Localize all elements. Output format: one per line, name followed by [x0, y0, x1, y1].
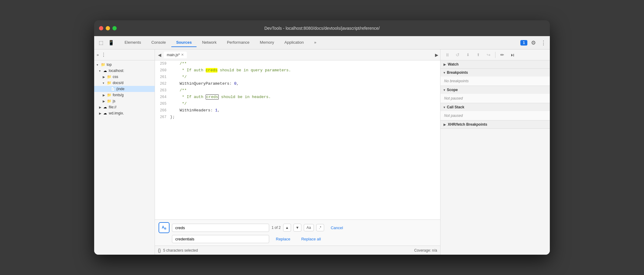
tree-item-file[interactable]: ▶ ☁ file://	[94, 104, 155, 110]
regex-button[interactable]: .*	[316, 224, 324, 231]
sidebar-header: » ⋮	[94, 49, 155, 60]
tab-more[interactable]: »	[309, 38, 321, 47]
line-content: * If auth creds should be in query param…	[170, 67, 440, 74]
line-number: 267	[155, 114, 170, 121]
tab-sources[interactable]: Sources	[171, 38, 197, 47]
replace-all-button[interactable]: Replace all	[297, 235, 325, 243]
tree-item-wd[interactable]: ▶ ☁ wd.imgix.	[94, 110, 155, 116]
tree-item-top[interactable]: ▾ 📁 top	[94, 62, 155, 68]
cloud-icon: ☁	[103, 111, 108, 115]
match-case-button[interactable]: Aa	[304, 224, 314, 231]
settings-icon[interactable]: ⚙	[530, 38, 537, 47]
tab-memory[interactable]: Memory	[255, 38, 279, 47]
file-tree: ▾ 📁 top ▾ ☁ localhost: ▶ 📁 css	[94, 60, 155, 255]
code-line-266: 266 WithinHeaders: 1,	[155, 107, 440, 114]
tab-performance[interactable]: Performance	[222, 38, 254, 47]
find-replace-toggle-icon[interactable]: AB	[159, 222, 170, 233]
run-snippet-icon[interactable]: ▶	[435, 53, 438, 57]
section-xhr-header[interactable]: ▶ XHR/fetch Breakpoints	[440, 121, 550, 128]
chevron-icon: ▶	[103, 75, 106, 79]
window-title: DevTools - localhost:8080/docs/devtools/…	[264, 26, 380, 31]
section-callstack-header[interactable]: ▾ Call Stack	[440, 103, 550, 111]
tree-label: file://	[109, 105, 116, 109]
chevron-icon: ▶	[99, 106, 102, 109]
line-content: * If auth creds should be in headers.	[170, 94, 440, 100]
sidebar-more-icon[interactable]: ⋮	[101, 52, 106, 58]
tree-label: docs/d	[113, 81, 123, 85]
minimize-button[interactable]	[106, 26, 110, 30]
tree-item-localhost[interactable]: ▾ ☁ localhost:	[94, 68, 155, 74]
code-editor[interactable]: 259 /** 260 * If auth creds should be in…	[155, 60, 440, 219]
tab-console[interactable]: Console	[146, 38, 171, 47]
section-scope-label: Scope	[447, 88, 458, 92]
editor-tab-close-icon[interactable]: ✕	[181, 53, 184, 57]
step-into-button[interactable]: ⬇	[464, 51, 472, 59]
line-content: WithinQueryParameters: 0,	[170, 80, 440, 87]
tree-label: (inde	[116, 87, 125, 91]
folder-icon: 📁	[107, 93, 111, 97]
tree-item-docs[interactable]: ▾ 📁 docs/d	[94, 80, 155, 86]
section-callstack: ▾ Call Stack Not paused	[440, 103, 550, 121]
find-replace-bar: AB 1 of 2 ▲ ▼ Aa .* Cancel Replace	[155, 219, 440, 246]
pause-button[interactable]: ⏸	[443, 51, 451, 59]
deactivate-breakpoints-icon[interactable]: ✏	[498, 51, 506, 59]
section-watch: ▶ Watch	[440, 60, 550, 69]
folder-icon: 📁	[101, 63, 105, 67]
line-number: 259	[155, 60, 170, 67]
tree-item-css[interactable]: ▶ 📁 css	[94, 74, 155, 80]
editor-tabs: ◀ main.js* ✕ ▶	[155, 49, 440, 60]
code-line-259: 259 /**	[155, 60, 440, 67]
line-number: 261	[155, 74, 170, 80]
section-scope-header[interactable]: ▾ Scope	[440, 86, 550, 94]
editor-back-icon[interactable]: ◀	[157, 52, 163, 58]
replace-button[interactable]: Replace	[272, 235, 295, 243]
stop-button[interactable]: ⏯	[508, 51, 517, 59]
chevron-down-icon: ▾	[444, 106, 445, 109]
chat-badge[interactable]: 1	[520, 40, 527, 46]
step-button[interactable]: ↪	[484, 51, 493, 59]
tree-label: css	[113, 75, 118, 79]
line-content: /**	[170, 87, 440, 94]
close-button[interactable]	[99, 26, 103, 30]
line-content: };	[170, 114, 440, 121]
pretty-print-icon[interactable]: {}	[158, 248, 161, 253]
section-watch-header[interactable]: ▶ Watch	[440, 60, 550, 68]
folder-icon: 📁	[107, 81, 111, 85]
editor-tab-mainjs[interactable]: main.js* ✕	[164, 52, 187, 58]
toolbar-divider	[495, 52, 495, 58]
step-over-button[interactable]: ↺	[453, 51, 462, 59]
code-line-262: 262 WithinQueryParameters: 0,	[155, 80, 440, 87]
find-input[interactable]	[172, 224, 269, 232]
right-panel: ⏸ ↺ ⬇ ⬆ ↪ ✏ ⏯ ▶ Watch	[440, 49, 550, 255]
cancel-button[interactable]: Cancel	[327, 224, 347, 232]
tree-label: wd.imgix.	[109, 111, 124, 115]
editor-area: ◀ main.js* ✕ ▶ 259 /** 260	[155, 49, 440, 255]
tab-elements[interactable]: Elements	[120, 38, 146, 47]
device-icon[interactable]: 📱	[107, 39, 115, 47]
cursor-icon[interactable]: ⬚	[97, 39, 105, 47]
chevron-icon: ▶	[99, 112, 102, 115]
code-line-261: 261 */	[155, 74, 440, 80]
find-next-button[interactable]: ▼	[293, 224, 301, 232]
section-xhr-label: XHR/fetch Breakpoints	[448, 122, 487, 127]
maximize-button[interactable]	[112, 26, 117, 30]
section-breakpoints-header[interactable]: ▾ Breakpoints	[440, 69, 550, 76]
tab-bar-right: 1 ⚙ ⋮	[520, 38, 547, 47]
find-prev-button[interactable]: ▲	[283, 224, 291, 232]
tab-network[interactable]: Network	[197, 38, 221, 47]
sidebar-expand-icon[interactable]: »	[97, 53, 99, 57]
tree-item-index[interactable]: 📄 (inde	[94, 86, 155, 92]
tree-item-fonts[interactable]: ▶ 📁 fonts/g	[94, 92, 155, 98]
line-content: WithinHeaders: 1,	[170, 107, 440, 114]
tree-item-js[interactable]: ▶ 📁 js	[94, 98, 155, 104]
find-row: AB 1 of 2 ▲ ▼ Aa .* Cancel	[159, 222, 437, 233]
right-sections: ▶ Watch ▾ Breakpoints No breakpoints	[440, 60, 550, 255]
tree-label: fonts/g	[113, 93, 124, 97]
more-icon[interactable]: ⋮	[540, 38, 547, 47]
chevron-icon: ▾	[99, 69, 102, 73]
replace-input[interactable]	[172, 235, 269, 243]
step-out-button[interactable]: ⬆	[474, 51, 482, 59]
tab-application[interactable]: Application	[279, 38, 309, 47]
section-breakpoints-label: Breakpoints	[447, 70, 468, 75]
file-icon: 📄	[111, 87, 115, 91]
